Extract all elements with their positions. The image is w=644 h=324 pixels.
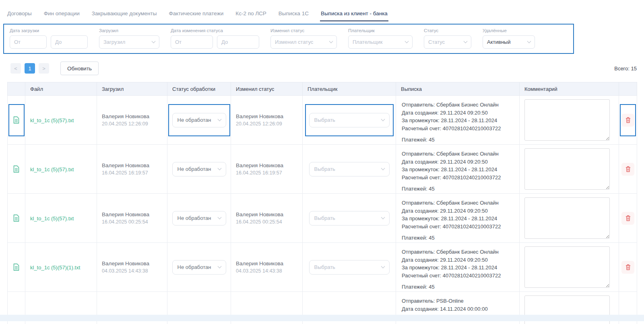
column-header: Выписка [396,82,520,96]
table-row: kl_to_1c (5)(57)(1).txt Валерия Новикова… [8,243,637,292]
comment-textarea[interactable] [524,197,610,239]
row-payer-select[interactable]: Выбрать [309,211,390,226]
status-changer-cell: Валерия Новикова 20.04.2025 12:26:09 [231,96,303,145]
filter-status-change-date: Дата изменения статуса [171,28,259,49]
extract-line: Платежей: 45 [402,283,514,291]
toolbar: < 1 > Обновить Всего: 15 [10,62,637,75]
uploader-name: Валерия Новикова [102,162,162,168]
file-icon-ring [8,251,25,283]
chevron-down-icon [152,39,156,43]
file-cell: kl_to_1c (5)(57).txt [25,96,97,145]
status-change-date-to-input[interactable] [217,35,259,49]
comment-cell [520,194,619,243]
file-icon-cell [8,145,25,194]
table-row: kl_to_1c (5)(57).txt Валерия Новикова 20… [8,96,637,145]
delete-cell [619,145,637,194]
upload-date: 16.04.2025 00:25:54 [102,219,162,225]
row-payer-placeholder: Выбрать [314,264,335,270]
uploader-name: Валерия Новикова [102,113,162,119]
row-payer-select[interactable]: Выбрать [309,162,390,176]
comment-cell [520,96,619,145]
tab-5[interactable]: Кс-2 по ЛСР [235,10,266,24]
tab-7[interactable]: Выписка из клиент - банка [321,10,388,24]
tab-1[interactable]: Договоры [7,10,32,24]
deleted-select[interactable]: Активный [483,35,535,49]
status-changer-select-placeholder: Изменил статус [275,39,313,45]
payer-cell: Выбрать [303,243,396,292]
payer-cell: Выбрать [303,145,396,194]
column-header: Изменил статус [231,82,303,96]
uploader-cell: Валерия Новикова 16.04.2025 00:25:54 [97,194,167,243]
processing-status-value: Не обработан [178,117,211,123]
processing-status-select[interactable]: Не обработан [172,162,226,176]
chevron-down-icon [464,39,468,43]
comment-cell [520,145,619,194]
status-changer-cell: Валерия Новикова 04.03.2025 14:43:38 [231,243,303,292]
status-changer-cell: Валерия Новикова 16.04.2025 00:25:54 [231,194,303,243]
delete-button[interactable] [621,212,634,225]
comment-textarea[interactable] [524,148,610,190]
next-page-button[interactable]: > [39,63,49,74]
trash-icon [625,264,631,271]
table-row: kl_to_1c (5)(57).txt Валерия Новикова 16… [8,145,637,194]
column-header: Файл [25,82,97,96]
chevron-down-icon [381,166,385,170]
delete-ring [620,202,636,234]
comment-textarea[interactable] [524,99,610,141]
upload-date: 04.03.2025 14:43:38 [102,268,162,274]
row-payer-select[interactable]: Выбрать [309,260,390,275]
tab-3[interactable]: Закрывающие документы [92,10,157,24]
filter-label-status-change-date: Дата изменения статуса [171,28,259,33]
processing-status-select[interactable]: Не обработан [172,113,226,127]
bottom-scroll-strip[interactable] [0,315,644,321]
extract-line: Расчетный счет: 40702810240210003722 [402,125,514,133]
chevron-down-icon [329,39,333,43]
file-link[interactable]: kl_to_1c (5)(57)(1).txt [25,265,80,271]
status-select[interactable]: Статус [424,35,471,49]
column-header [8,82,25,96]
file-link[interactable]: kl_to_1c (5)(57).txt [25,166,74,172]
document-icon [13,214,19,222]
status-changer-select[interactable]: Изменил статус [270,35,337,49]
tab-6[interactable]: Выписка 1С [279,10,309,24]
uploader-cell: Валерия Новикова 04.03.2025 14:43:38 [97,243,167,292]
delete-button[interactable] [621,163,634,176]
status-change-date: 16.04.2025 16:19:57 [236,170,297,176]
prev-page-button[interactable]: < [10,63,21,74]
upload-date-to-input[interactable] [51,35,88,49]
file-cell: kl_to_1c (5)(57).txt [25,194,97,243]
extract-line: Платежей: 45 [402,185,514,193]
column-header: Загрузил [97,82,167,96]
file-icon-cell [8,243,25,292]
extract-line: Платежей: 45 [402,136,514,144]
extract-line: За промежуток: 28.11.2024 - 28.11.2024 [402,215,514,223]
refresh-button[interactable]: Обновить [60,62,99,75]
filter-label-status-changer: Изменил статус [270,28,337,33]
processing-status-cell: Не обработан [167,243,231,292]
page-1-button[interactable]: 1 [25,63,35,74]
chevron-down-icon [217,215,221,219]
file-cell: kl_to_1c (5)(57).txt [25,145,97,194]
extract-line: Дата создания: 29.11.2024 09:20:50 [402,109,514,117]
delete-ring [620,104,636,136]
status-changer-cell: Валерия Новикова 16.04.2025 16:19:57 [231,145,303,194]
extract-line: За промежуток: 28.11.2024 - 28.11.2024 [402,166,514,174]
delete-button[interactable] [621,114,634,127]
status-change-date-from-input[interactable] [171,35,213,49]
tab-4[interactable]: Фактические платежи [169,10,223,24]
chevron-down-icon [405,39,409,43]
comment-textarea[interactable] [524,246,610,288]
row-payer-select[interactable]: Выбрать [309,113,390,127]
processing-status-select[interactable]: Не обработан [172,260,226,275]
tab-2[interactable]: Фин операции [44,10,80,24]
file-link[interactable]: kl_to_1c (5)(57).txt [25,215,74,221]
upload-date-from-input[interactable] [10,35,47,49]
extract-line: За промежуток: 28.11.2024 - 28.11.2024 [402,264,514,272]
deleted-select-value: Активный [487,39,510,45]
uploader-select[interactable]: Загрузил [99,35,159,49]
uploader-cell: Валерия Новикова 20.04.2025 12:26:09 [97,96,167,145]
file-link[interactable]: kl_to_1c (5)(57).txt [25,117,74,123]
processing-status-select[interactable]: Не обработан [172,211,226,226]
payer-select[interactable]: Плательщик [348,35,413,49]
delete-button[interactable] [621,261,634,274]
